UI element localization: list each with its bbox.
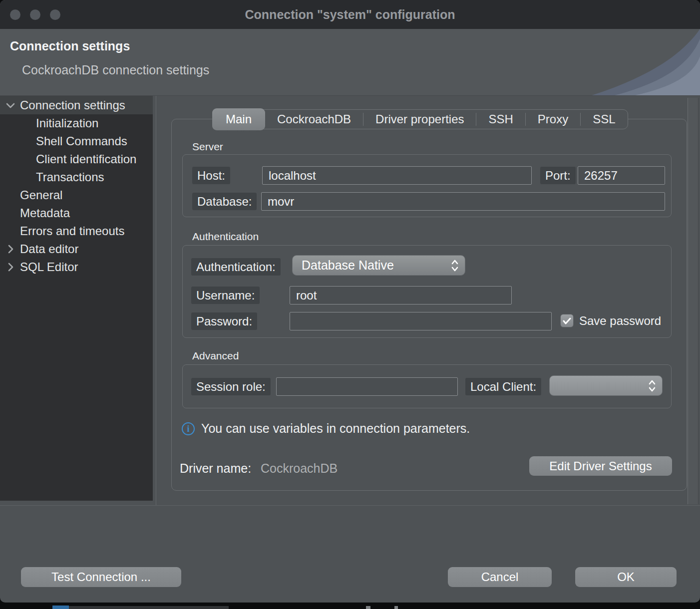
server-section-label: Server: [192, 141, 223, 153]
session-role-label: Session role:: [191, 378, 271, 395]
sidebar-item-transactions[interactable]: Transactions: [0, 168, 153, 186]
sidebar-item-label: Shell Commands: [36, 134, 127, 148]
sidebar-item-label: Connection settings: [20, 98, 125, 112]
port-input[interactable]: [578, 166, 665, 185]
chevron-down-icon[interactable]: [4, 96, 17, 114]
database-label: Database:: [192, 193, 257, 210]
page-subtitle: CockroachDB connection settings: [22, 63, 209, 77]
sidebar-item-initialization[interactable]: Initialization: [0, 114, 153, 132]
tab-driver-properties[interactable]: Driver properties: [363, 109, 476, 129]
sidebar-divider[interactable]: [156, 96, 156, 505]
save-password-label: Save password: [579, 313, 667, 329]
up-down-chevrons-icon: [648, 379, 656, 392]
driver-name-value: CockroachDB: [261, 461, 338, 476]
advanced-section-label: Advanced: [192, 350, 239, 362]
save-password-checkbox[interactable]: [560, 314, 574, 327]
tab-ssl[interactable]: SSL: [581, 109, 627, 129]
ok-button[interactable]: OK: [575, 567, 677, 587]
dialog-header: Connection settings CockroachDB connecti…: [0, 29, 700, 96]
sidebar-item-connection-settings[interactable]: Connection settings: [0, 96, 153, 114]
chevron-right-icon[interactable]: [4, 258, 17, 276]
footer-divider: [0, 505, 700, 506]
sidebar-item-metadata[interactable]: Metadata: [0, 204, 153, 222]
authentication-label: Authentication:: [191, 258, 281, 276]
username-input[interactable]: [290, 286, 512, 304]
title-bar: Connection "system" configuration: [0, 0, 700, 29]
tab-main[interactable]: Main: [212, 108, 265, 130]
tab-proxy[interactable]: Proxy: [526, 109, 580, 129]
database-input[interactable]: [261, 192, 665, 211]
sidebar-item-label: SQL Editor: [20, 260, 78, 274]
local-client-label: Local Client:: [465, 378, 541, 395]
sidebar-item-data-editor[interactable]: Data editor: [0, 240, 153, 258]
checkmark-icon: [563, 317, 571, 324]
tab-ssh[interactable]: SSH: [476, 109, 525, 129]
sidebar-item-errors-and-timeouts[interactable]: Errors and timeouts: [0, 222, 153, 240]
username-label: Username:: [191, 287, 260, 304]
page-title: Connection settings: [10, 39, 130, 53]
authentication-section-label: Authentication: [192, 231, 259, 243]
host-input[interactable]: [262, 166, 532, 185]
content-scrollbar[interactable]: [688, 98, 699, 504]
sidebar-item-label: Metadata: [20, 206, 70, 220]
sidebar-item-label: Initialization: [36, 116, 98, 130]
sidebar-item-label: General: [20, 188, 62, 202]
info-text: You can use variables in connection para…: [201, 421, 470, 436]
settings-tree-sidebar: Connection settings Initialization Shell…: [0, 96, 153, 501]
sidebar-item-label: Data editor: [20, 242, 78, 256]
decorative-swoosh: [570, 29, 700, 96]
tab-bar: Main CockroachDB Driver properties SSH P…: [212, 109, 628, 129]
tab-cockroachdb[interactable]: CockroachDB: [265, 109, 363, 129]
sidebar-item-label: Client identification: [36, 152, 136, 166]
background-window-sliver: [69, 606, 229, 609]
sidebar-item-shell-commands[interactable]: Shell Commands: [0, 132, 153, 150]
session-role-input[interactable]: [276, 377, 458, 396]
password-input[interactable]: [290, 312, 552, 330]
up-down-chevrons-icon: [451, 259, 459, 272]
window-title: Connection "system" configuration: [0, 7, 700, 22]
background-window-sliver: [52, 606, 69, 609]
background-window-sliver: [366, 606, 370, 609]
chevron-right-icon[interactable]: [4, 240, 17, 258]
authentication-select[interactable]: Database Native: [292, 255, 465, 276]
sidebar-item-client-identification[interactable]: Client identification: [0, 150, 153, 168]
connection-configuration-dialog: Connection "system" configuration Connec…: [0, 0, 700, 603]
edit-driver-settings-button[interactable]: Edit Driver Settings: [529, 456, 672, 476]
sidebar-item-label: Errors and timeouts: [20, 224, 124, 238]
sidebar-item-sql-editor[interactable]: SQL Editor: [0, 258, 153, 276]
authentication-select-value: Database Native: [302, 258, 451, 273]
background-window-sliver: [394, 606, 398, 609]
cancel-button[interactable]: Cancel: [448, 567, 552, 587]
driver-name-label: Driver name:: [180, 461, 251, 476]
sidebar-item-label: Transactions: [36, 170, 104, 184]
host-label: Host:: [192, 167, 230, 184]
local-client-select[interactable]: [549, 375, 663, 396]
sidebar-item-general[interactable]: General: [0, 186, 153, 204]
password-label: Password:: [191, 312, 257, 330]
info-circle-icon: i: [182, 422, 195, 435]
test-connection-button[interactable]: Test Connection ...: [21, 567, 181, 587]
port-label: Port:: [540, 167, 576, 184]
